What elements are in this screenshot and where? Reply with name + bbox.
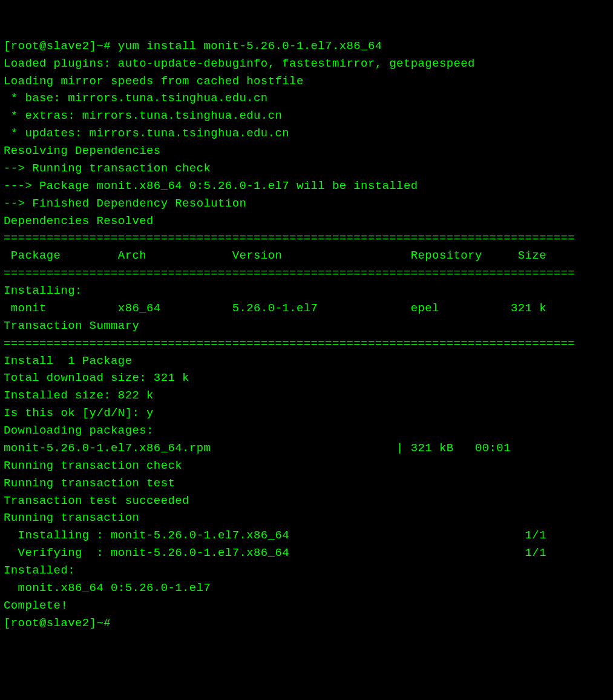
terminal-line: Installing:	[4, 282, 609, 300]
terminal-line: Loaded plugins: auto-update-debuginfo, f…	[4, 55, 609, 73]
terminal-line: Complete!	[4, 597, 609, 615]
terminal-line: Loading mirror speeds from cached hostfi…	[4, 73, 609, 90]
terminal-line: * extras: mirrors.tuna.tsinghua.edu.cn	[4, 107, 609, 125]
terminal-line: Running transaction	[4, 509, 609, 527]
terminal-line: Is this ok [y/d/N]: y	[4, 404, 609, 422]
terminal-line: Verifying : monit-5.26.0-1.el7.x86_64 1/…	[4, 544, 609, 562]
terminal-line: monit-5.26.0-1.el7.x86_64.rpm | 321 kB 0…	[4, 440, 609, 457]
terminal-line: Install 1 Package	[4, 352, 609, 370]
terminal-line: --> Finished Dependency Resolution	[4, 195, 609, 213]
terminal-line: * updates: mirrors.tuna.tsinghua.edu.cn	[4, 125, 609, 142]
terminal-line: Transaction Summary	[4, 317, 609, 335]
terminal-prompt[interactable]: [root@slave2]~#	[4, 615, 609, 632]
terminal-line: Resolving Dependencies	[4, 142, 609, 160]
terminal-line: ---> Package monit.x86_64 0:5.26.0-1.el7…	[4, 177, 609, 195]
terminal-line: Running transaction check	[4, 457, 609, 475]
terminal-line: [root@slave2]~# yum install monit-5.26.0…	[4, 38, 609, 55]
terminal-line: Installing : monit-5.26.0-1.el7.x86_64 1…	[4, 527, 609, 544]
terminal-line: monit x86_64 5.26.0-1.el7 epel 321 k	[4, 300, 609, 317]
terminal-line: ========================================…	[4, 229, 609, 247]
terminal-line: --> Running transaction check	[4, 160, 609, 177]
terminal-line: * base: mirrors.tuna.tsinghua.edu.cn	[4, 90, 609, 107]
terminal-line: Package Arch Version Repository Size	[4, 247, 609, 265]
terminal-line: Downloading packages:	[4, 422, 609, 440]
terminal-output[interactable]: [root@slave2]~# yum install monit-5.26.0…	[4, 38, 609, 632]
terminal-line: Installed size: 822 k	[4, 387, 609, 404]
terminal-line: ========================================…	[4, 265, 609, 282]
terminal-line: Total download size: 321 k	[4, 369, 609, 387]
terminal-line: Running transaction test	[4, 475, 609, 492]
terminal-line: monit.x86_64 0:5.26.0-1.el7	[4, 579, 609, 597]
terminal-line: Dependencies Resolved	[4, 213, 609, 230]
terminal-line: ========================================…	[4, 335, 609, 352]
terminal-line: Transaction test succeeded	[4, 492, 609, 510]
terminal-line: Installed:	[4, 562, 609, 579]
